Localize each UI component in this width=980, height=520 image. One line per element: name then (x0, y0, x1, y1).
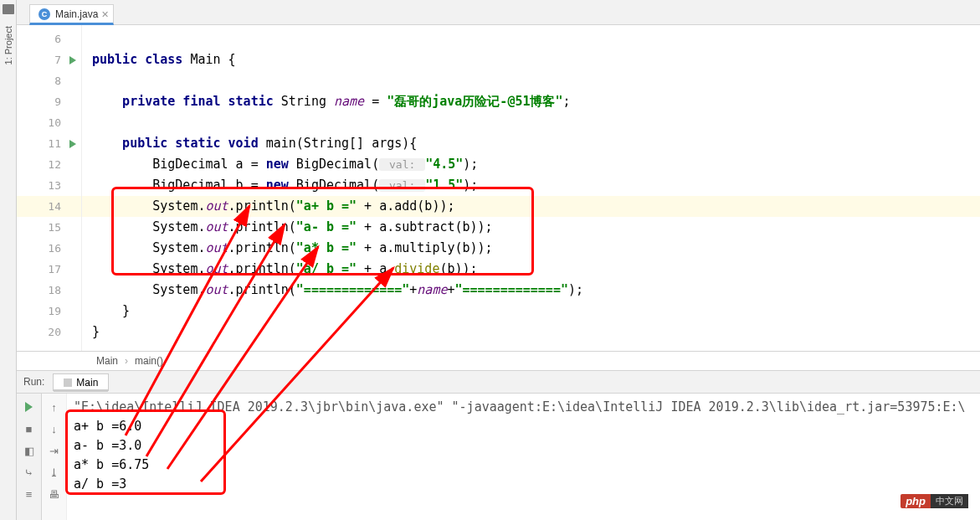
exit-button[interactable]: ⤷ (23, 466, 36, 479)
line-number: 9 (17, 91, 81, 112)
code-line: public static void main(String[] args){ (82, 133, 980, 154)
run-tool-window: Run: Main ■ ◧ ⤷ ≡ ↑ ↓ ⇥ ⤓ (17, 371, 980, 520)
line-number: 15 (17, 217, 81, 238)
line-number: 7 (17, 49, 81, 70)
line-number: 17 (17, 259, 81, 280)
file-tab-main[interactable]: C Main.java ✕ (29, 4, 114, 25)
line-number: 10 (17, 112, 81, 133)
tool-window-bar[interactable]: 1: Project (0, 0, 17, 520)
wrap-icon[interactable]: ⇥ (48, 444, 61, 457)
run-config-tab[interactable]: Main (53, 373, 109, 391)
stop-button[interactable]: ■ (23, 422, 36, 435)
console-line: a* b =6.75 (74, 456, 973, 475)
down-icon[interactable]: ↓ (48, 422, 61, 435)
rerun-button[interactable] (23, 400, 36, 414)
console-line: a/ b =3 (74, 475, 973, 494)
run-gutter-icon[interactable] (69, 140, 76, 148)
console-output[interactable]: "E:\idea\IntelliJ IDEA 2019.2.3\jbr\bin\… (67, 394, 980, 520)
chevron-right-icon: › (125, 355, 128, 367)
line-number: 16 (17, 238, 81, 259)
watermark: php 中文网 (900, 494, 968, 508)
code-line: } (82, 322, 980, 342)
run-toolbar-secondary: ↑ ↓ ⇥ ⤓ 🖶 (42, 394, 67, 520)
console-line: a- b =3.0 (74, 436, 973, 456)
code-line: BigDecimal a = new BigDecimal( val: "4.5… (82, 154, 980, 175)
line-number: 12 (17, 154, 81, 175)
project-tool-label[interactable]: 1: Project (3, 26, 13, 64)
code-line: BigDecimal b = new BigDecimal( val: "1.5… (82, 175, 980, 196)
code-line: System.out.println("a/ b =" + a.divide(b… (82, 259, 980, 280)
breadcrumb-item[interactable]: Main (96, 355, 118, 367)
run-config-name: Main (76, 377, 98, 389)
code-line: System.out.println("a+ b =" + a.add(b)); (82, 196, 980, 217)
code-line: System.out.println("a- b =" + a.subtract… (82, 217, 980, 238)
line-number: 8 (17, 70, 81, 91)
code-line: System.out.println("============="+name+… (82, 280, 980, 301)
breadcrumb: Main › main() (17, 351, 980, 371)
run-panel-title: Run: (23, 376, 44, 388)
scroll-icon[interactable]: ⤓ (48, 466, 61, 479)
run-toolbar-primary: ■ ◧ ⤷ ≡ (17, 394, 42, 520)
line-number: 11 (17, 133, 81, 154)
file-tab-label: Main.java (55, 8, 98, 20)
java-class-icon: C (38, 8, 50, 20)
console-line: "E:\idea\IntelliJ IDEA 2019.2.3\jbr\bin\… (74, 398, 973, 417)
line-gutter: 6 7 8 9 10 11 12 13 14 15 16 17 18 19 20 (17, 25, 82, 351)
run-gutter-icon[interactable] (69, 56, 76, 64)
line-number: 13 (17, 175, 81, 196)
code-line (82, 28, 980, 49)
code-line: System.out.println("a* b =" + a.multiply… (82, 238, 980, 259)
breadcrumb-item[interactable]: main() (135, 355, 163, 367)
code-line (82, 70, 980, 91)
console-line: a+ b =6.0 (74, 417, 973, 436)
dump-button[interactable]: ◧ (23, 444, 36, 457)
line-number: 6 (17, 28, 81, 49)
print-icon[interactable]: 🖶 (48, 487, 61, 501)
code-line (82, 112, 980, 133)
line-number: 14 (17, 196, 81, 217)
code-line: public class Main { (82, 49, 980, 70)
project-icon (3, 4, 14, 14)
code-content[interactable]: public class Main { private final static… (82, 25, 980, 351)
line-number: 20 (17, 322, 81, 342)
code-line: private final static String name = "磊哥的j… (82, 91, 980, 112)
up-icon[interactable]: ↑ (48, 400, 61, 414)
line-number: 19 (17, 301, 81, 322)
trash-button[interactable]: ≡ (23, 487, 36, 501)
editor-tabs: C Main.java ✕ (17, 0, 980, 25)
code-editor[interactable]: 6 7 8 9 10 11 12 13 14 15 16 17 18 19 20… (17, 25, 980, 351)
line-number: 18 (17, 280, 81, 301)
app-icon (64, 378, 72, 387)
close-icon[interactable]: ✕ (101, 9, 109, 20)
code-line: } (82, 301, 980, 322)
